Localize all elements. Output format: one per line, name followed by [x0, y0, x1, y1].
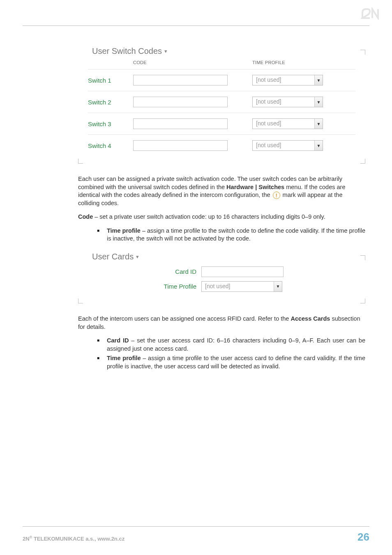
legend-label: User Cards: [92, 252, 134, 261]
paragraph: Code – set a private user switch activat…: [78, 213, 365, 221]
switch3-code-input[interactable]: [133, 118, 228, 129]
select-value: [not used]: [253, 141, 314, 150]
bullet-item: Card ID – set the user access card ID: 6…: [97, 337, 365, 353]
switch-row: Switch 1 [not used] ▼: [88, 69, 355, 91]
caret-down-icon: ▼: [314, 97, 323, 107]
caret-down-icon: ▼: [274, 282, 282, 291]
select-value: [not used]: [253, 97, 314, 107]
chevron-down-icon: ▾: [136, 254, 139, 260]
user-cards-section: User Cards ▾ Card ID Time Profile [not u…: [78, 252, 365, 303]
card-id-label: Card ID: [90, 268, 201, 275]
select-value: [not used]: [202, 282, 274, 291]
caret-down-icon: ▼: [314, 141, 323, 150]
warning-icon: !: [273, 192, 280, 199]
brand-logo: [361, 7, 380, 21]
switch4-code-input[interactable]: [133, 140, 228, 151]
switch-label: Switch 2: [88, 99, 133, 106]
card-time-profile-select[interactable]: [not used] ▼: [201, 281, 282, 292]
paragraph: Each user can be assigned a private swit…: [78, 175, 365, 207]
switch3-profile-select[interactable]: [not used] ▼: [252, 118, 323, 129]
switch2-code-input[interactable]: [133, 97, 228, 107]
switch-row: Switch 2 [not used] ▼: [88, 91, 355, 113]
switch1-profile-select[interactable]: [not used] ▼: [252, 75, 323, 86]
switch-row: Switch 3 [not used] ▼: [88, 113, 355, 134]
time-profile-label: Time Profile: [90, 283, 201, 290]
switch-label: Switch 1: [88, 77, 133, 84]
footer-divider: [23, 526, 369, 527]
user-cards-legend[interactable]: User Cards ▾: [78, 252, 144, 261]
switch-row: Switch 4 [not used] ▼: [88, 134, 355, 156]
switch2-profile-select[interactable]: [not used] ▼: [252, 97, 323, 107]
switch1-code-input[interactable]: [133, 75, 228, 86]
col-header-time-profile: TIME PROFILE: [240, 60, 355, 65]
bullet-item: Time profile – assign a time profile to …: [97, 227, 365, 243]
caret-down-icon: ▼: [314, 119, 323, 129]
card-id-input[interactable]: [201, 266, 284, 277]
caret-down-icon: ▼: [314, 75, 323, 85]
bullet-item: Time profile – assign a time profile to …: [97, 354, 365, 370]
user-switch-codes-legend[interactable]: User Switch Codes ▾: [78, 46, 172, 56]
col-header-code: CODE: [133, 60, 240, 65]
select-value: [not used]: [253, 119, 314, 129]
switch-label: Switch 4: [88, 142, 133, 149]
footer-company: 2N® TELEKOMUNIKACE a.s., www.2n.cz: [23, 535, 125, 542]
paragraph: Each of the intercom users can be assign…: [78, 315, 365, 331]
legend-label: User Switch Codes: [92, 46, 162, 56]
user-switch-codes-section: User Switch Codes ▾ CODE TIME PROFILE Sw…: [78, 46, 365, 164]
select-value: [not used]: [253, 75, 314, 85]
page-number: 26: [357, 531, 369, 543]
header-divider: [23, 25, 369, 26]
switch4-profile-select[interactable]: [not used] ▼: [252, 140, 323, 151]
chevron-down-icon: ▾: [164, 48, 167, 54]
switch-label: Switch 3: [88, 120, 133, 127]
page-footer: 2N® TELEKOMUNIKACE a.s., www.2n.cz 26: [23, 526, 369, 543]
